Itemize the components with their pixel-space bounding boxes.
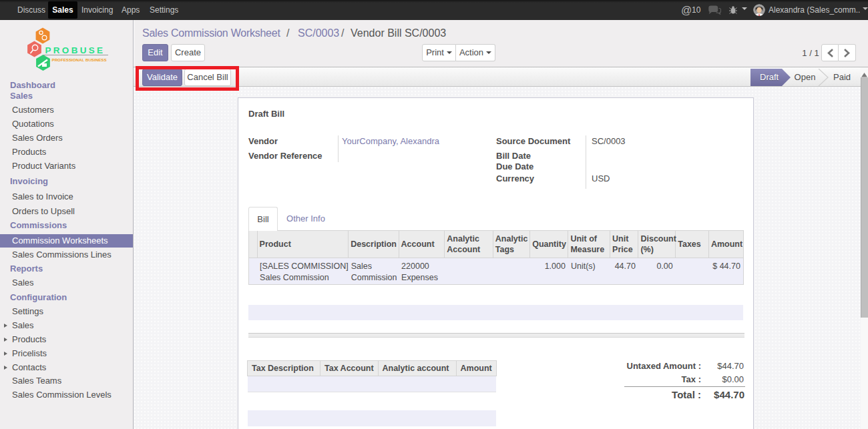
svg-text:PROFESSIONAL BUSINESS: PROFESSIONAL BUSINESS <box>52 57 107 62</box>
svg-text:PROBUSE: PROBUSE <box>45 45 105 55</box>
